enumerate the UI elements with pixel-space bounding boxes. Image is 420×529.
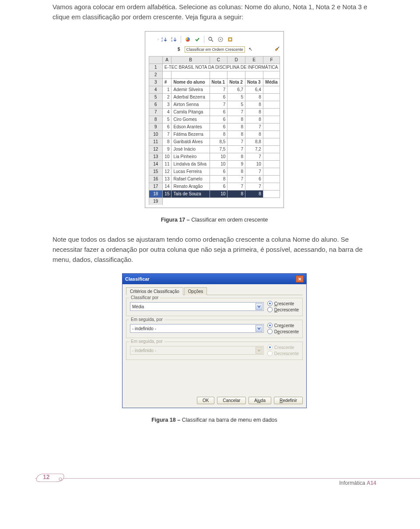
cell-nota3[interactable]: 7 [245, 123, 263, 130]
cell-media[interactable] [263, 123, 280, 130]
cell-nota1[interactable]: 8 [210, 130, 228, 138]
cell-nota3[interactable]: 7 [245, 153, 263, 160]
cell-nome[interactable]: Lindalva da Silva [172, 160, 210, 168]
row-header[interactable]: 13 [149, 153, 162, 160]
col-header-B[interactable]: B [172, 56, 210, 63]
radio-asc[interactable] [267, 301, 273, 306]
cell-nota1[interactable]: 6 [210, 108, 228, 116]
cell-num[interactable]: 9 [162, 145, 172, 153]
cell-nota1[interactable]: 7,5 [210, 145, 228, 153]
sort-asc-icon[interactable]: AZ [161, 36, 168, 43]
cell-nota3[interactable]: 8,8 [245, 138, 263, 145]
cell-media[interactable] [263, 168, 280, 175]
row-header[interactable]: 17 [149, 183, 162, 190]
header-nota2[interactable]: Nota 2 [228, 78, 245, 86]
cell-nota2[interactable]: 7 [228, 138, 245, 145]
row-header[interactable]: 12 [149, 145, 162, 153]
cell-nota1[interactable]: 8 [210, 175, 228, 183]
header-nota1[interactable]: Nota 1 [210, 78, 228, 86]
chevron-down-icon[interactable] [256, 303, 262, 310]
radio-desc[interactable] [267, 307, 273, 312]
row-header[interactable]: 18 [149, 190, 162, 197]
check-icon[interactable] [193, 36, 201, 43]
header-num[interactable]: # [162, 78, 172, 86]
cell-nome[interactable]: Renato Aragão [172, 183, 210, 190]
ok-button[interactable]: OK [197, 397, 214, 404]
cell-media[interactable] [263, 108, 280, 116]
cell-media[interactable] [263, 138, 280, 145]
cell-nota3[interactable]: 8 [245, 130, 263, 138]
cell-nota2[interactable]: 6,7 [228, 86, 245, 93]
cell-nota3[interactable]: 7,2 [245, 145, 263, 153]
cell-num[interactable]: 3 [162, 101, 172, 108]
row-header[interactable]: 5 [149, 93, 162, 101]
row-header[interactable]: 10 [149, 130, 162, 138]
cell-media[interactable] [263, 116, 280, 123]
row-header[interactable]: 15 [149, 168, 162, 175]
cell-nome[interactable]: Lia Pinheiro [172, 153, 210, 160]
col-header-E[interactable]: E [245, 56, 263, 63]
cell-nome[interactable]: Aderbal Bezerra [172, 93, 210, 101]
radio-desc[interactable] [267, 329, 273, 334]
cell-media[interactable] [263, 145, 280, 153]
cell-nome[interactable]: Garibaldi Alves [172, 138, 210, 145]
cell-media[interactable] [263, 86, 280, 93]
cell-nota2[interactable]: 8 [228, 168, 245, 175]
col-header-F[interactable]: F [263, 56, 280, 63]
sort-desc-icon[interactable]: ZA [170, 36, 178, 43]
cell-nota2[interactable]: 5 [228, 101, 245, 108]
cell-nota1[interactable]: 6 [210, 183, 228, 190]
cell-nota1[interactable]: 8,5 [210, 138, 228, 145]
cell-num[interactable]: 8 [162, 138, 172, 145]
row-header[interactable]: 19 [149, 197, 162, 205]
cell-num[interactable]: 10 [162, 153, 172, 160]
cell-nota3[interactable]: 8 [245, 93, 263, 101]
header-nota3[interactable]: Nota 3 [245, 78, 263, 86]
find-icon[interactable] [207, 36, 215, 43]
cell-nota3[interactable]: 6 [245, 175, 263, 183]
dollar-icon[interactable]: $ [175, 46, 183, 53]
col-header-C[interactable]: C [210, 56, 228, 63]
cell-nota1[interactable]: 6 [210, 116, 228, 123]
cell-nota2[interactable]: 8 [228, 130, 245, 138]
reset-button[interactable]: Redefinir [274, 397, 303, 404]
then-by-1-select[interactable]: - indefinido - [130, 324, 264, 333]
cell-nota1[interactable]: 6 [210, 93, 228, 101]
cell-nota3[interactable]: 8 [245, 190, 263, 197]
cell-num[interactable]: 11 [162, 160, 172, 168]
cell-nota2[interactable]: 5 [228, 93, 245, 101]
cell-nome[interactable]: Airton Senna [172, 101, 210, 108]
cell-nome[interactable]: José Inácio [172, 145, 210, 153]
cell-num[interactable]: 6 [162, 123, 172, 130]
cell-media[interactable] [263, 130, 280, 138]
cell-nota2[interactable]: 8 [228, 153, 245, 160]
row-header[interactable]: 6 [149, 101, 162, 108]
cell-nota1[interactable]: 10 [210, 190, 228, 197]
cell-nota2[interactable]: 7 [228, 175, 245, 183]
radio-asc[interactable] [267, 323, 273, 328]
cell-media[interactable] [263, 160, 280, 168]
col-header-A[interactable]: A [162, 56, 172, 63]
cell-nome[interactable]: Edson Arantes [172, 123, 210, 130]
header-media[interactable]: Média [263, 78, 280, 86]
cell-nota3[interactable]: 10 [245, 160, 263, 168]
cell-nota2[interactable]: 8 [228, 123, 245, 130]
row-header[interactable]: 2 [149, 71, 162, 78]
cell-nome[interactable]: Fátima Bezerra [172, 130, 210, 138]
cell-nota1[interactable]: 7 [210, 86, 228, 93]
row-header[interactable]: 11 [149, 138, 162, 145]
title-cell[interactable]: E-TEC BRASIL NOTA DA DISCIPLINA DE INFOR… [162, 63, 280, 71]
wizard-icon[interactable] [226, 36, 234, 43]
cell-nome[interactable]: Ciro Gomes [172, 116, 210, 123]
cell-media[interactable] [263, 101, 280, 108]
cell-nota1[interactable]: 7 [210, 101, 228, 108]
cell-nota2[interactable]: 7 [228, 183, 245, 190]
cell-nota2[interactable]: 7 [228, 108, 245, 116]
cell-nome[interactable]: Ademir Silveira [172, 86, 210, 93]
cell-nota2[interactable]: 8 [228, 116, 245, 123]
close-icon[interactable]: ✕ [296, 275, 304, 282]
cell-nota3[interactable]: 8 [245, 116, 263, 123]
cell-nota1[interactable]: 6 [210, 123, 228, 130]
cell-media[interactable] [263, 183, 280, 190]
header-nome[interactable]: Nome do aluno [172, 78, 210, 86]
